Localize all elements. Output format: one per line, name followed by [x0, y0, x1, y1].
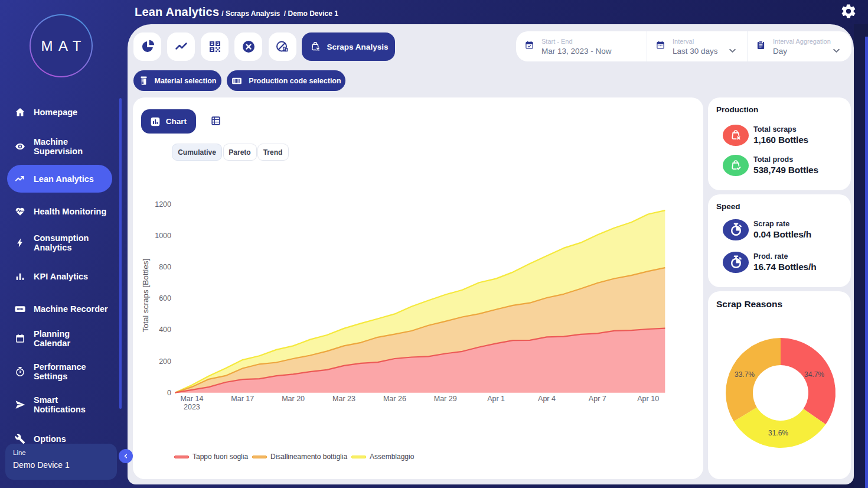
- svg-text:34.7%: 34.7%: [804, 370, 824, 379]
- svg-text:33.7%: 33.7%: [735, 370, 755, 379]
- svg-text:31.6%: 31.6%: [768, 429, 788, 437]
